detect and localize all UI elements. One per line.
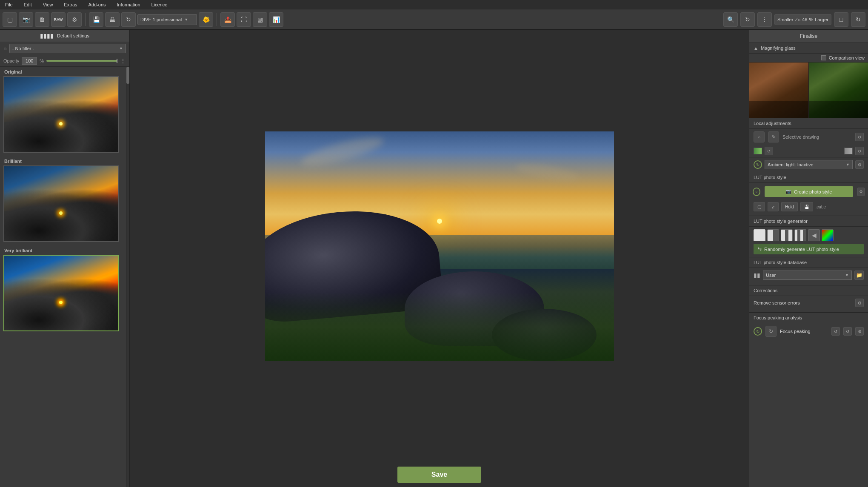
remove-sensor-settings-btn[interactable]: ⚙ [855,299,864,307]
brilliant-label: Brilliant [0,156,126,165]
brilliant-thumbnail[interactable] [3,165,119,242]
save-file-button[interactable]: 💾 [89,12,103,27]
fullscreen-button[interactable]: ⛶ [237,12,251,27]
original-label: Original [0,67,126,76]
mask-reset-btn-2[interactable]: ↺ [855,147,864,155]
main-image[interactable] [265,131,614,361]
very-brilliant-thumb-rocks [4,278,118,330]
menu-extras[interactable]: Extras [62,2,79,7]
refresh-button[interactable]: ↻ [740,12,755,27]
local-adj-reset-btn[interactable]: ↺ [855,133,864,141]
comparison-checkbox[interactable] [821,55,826,60]
new-button[interactable]: ▢ [3,12,17,27]
lut-import-btn[interactable]: ↙ [768,202,779,211]
menu-file[interactable]: File [3,2,14,7]
histogram-button[interactable]: 📊 [269,12,283,27]
export-button[interactable]: 📤 [220,12,235,27]
focus-settings-btn[interactable]: ⚙ [855,327,864,336]
focus-mask-btn-2[interactable]: ↺ [843,327,852,336]
color-button[interactable]: 🌞 [199,12,213,27]
raw-button[interactable]: RAW [51,12,66,27]
ambient-refresh-icon[interactable]: ↻ [754,160,762,169]
opacity-label: Opacity [3,58,19,63]
compare-button[interactable]: ▨ [253,12,267,27]
focus-refresh-icon[interactable]: ↻ [754,327,762,336]
mag-glass-arrow-icon: ▲ [754,46,758,51]
mask-icon-2 [844,148,853,154]
lut-random-button[interactable]: ⇆ Randomly generate LUT photo style [754,244,864,254]
right-header: Finalise [749,30,868,43]
remove-sensor-row: Remove sensor errors ⚙ [749,296,868,310]
mask-reset-btn-1[interactable]: ↺ [765,147,773,155]
menu-addons[interactable]: Add-ons [87,2,108,7]
local-adj-tool-btn[interactable]: ○ [754,131,765,142]
focus-peaking-title: Focus peaking analysis [749,313,868,323]
copy-button[interactable]: 🗎 [35,12,49,27]
local-adjustments-title: Local adjustments [749,118,868,129]
main-greenery [265,292,614,361]
create-photo-style-button[interactable]: 📷 Create photo style [765,186,853,197]
menu-information[interactable]: Information [115,2,142,7]
filter-dropdown[interactable]: - No filter - ▼ [9,44,126,53]
rotate-cw-button[interactable]: ↻ [851,12,865,27]
lut-db-folder-btn[interactable]: 📁 [854,271,864,280]
pencil-tool-btn[interactable]: ✎ [768,131,779,142]
save-button[interactable]: Save [397,467,481,483]
focus-label: Focus peaking [780,329,828,334]
mask-icon-1 [754,148,762,154]
very-brilliant-label: Very brilliant [0,245,126,255]
ambient-settings-btn[interactable]: ⚙ [855,160,864,169]
lut-cube-label: .cube [816,205,826,209]
open-button[interactable]: 📷 [19,12,33,27]
center-area: Save [130,30,749,487]
right-sidebar: Finalise ▲ Magnifying glass Comparison v… [749,30,868,487]
focus-spin-icon[interactable]: ↻ [765,326,777,337]
original-thumb-rocks [4,100,118,152]
menu-licence[interactable]: Licence [150,2,169,7]
lut-style-settings-btn[interactable]: ⚙ [857,188,865,196]
very-brilliant-thumbnail[interactable] [3,255,119,331]
brilliant-thumbnail-container [0,165,126,245]
default-settings-label: Default settings [57,33,89,38]
lut-gen-solid-btn[interactable] [754,229,765,241]
lut-gen-half-btn[interactable] [767,229,779,241]
filter-dropdown-arrow: ▼ [119,46,123,51]
opacity-value-input[interactable]: 100 [22,57,37,65]
lut-db-dropdown[interactable]: User ▼ [763,271,852,280]
left-scrollbar[interactable] [126,67,129,487]
menu-edit[interactable]: Edit [22,2,34,7]
more-button[interactable]: ⋮ [757,12,772,27]
lut-hold-btn[interactable]: Hold [781,202,798,211]
lut-save-btn[interactable]: 💾 [800,202,813,211]
lut-style-icon[interactable]: ○ [753,188,760,196]
settings-button[interactable]: ⚙ [67,12,82,27]
left-sidebar: ▮▮▮▮ Default settings ○ - No filter - ▼ … [0,30,130,487]
local-adj-label: Local adjustments [754,121,791,126]
shuffle-icon: ⇆ [758,246,762,252]
lut-gen-thirds-btn[interactable] [781,229,793,241]
rotate-button[interactable]: ↻ [121,12,136,27]
print-button[interactable]: 🖶 [105,12,120,27]
save-btn-container: Save [393,462,485,487]
zoom-fit-button[interactable]: □ [834,12,848,27]
magnifying-glass-section-title: ▲ Magnifying glass [749,43,868,54]
lut-gen-arrow-btn[interactable]: ◀ [808,229,820,241]
focus-tools: ↻ ↻ Focus peaking ↺ ↺ ⚙ [749,323,868,339]
mag-panel-right [809,63,868,118]
lut-database-section: LUT photo style database ▮▮ User ▼ 📁 [749,257,868,285]
focus-mask-btn-1[interactable]: ↺ [831,327,840,336]
opacity-expand-btn[interactable]: ⋮ [120,57,126,64]
ambient-dropdown[interactable]: Ambient light: Inactive ▼ [765,160,853,169]
filter-row: ○ - No filter - ▼ [0,42,129,55]
menu-view[interactable]: View [41,2,55,7]
lut-page-icon-btn[interactable]: ▢ [754,202,765,211]
zoom-value: 46 [802,17,807,22]
original-thumbnail[interactable] [3,76,119,153]
profile-dropdown[interactable]: DIVE 1 professional ▼ [137,14,197,25]
lut-gen-quarters-btn[interactable] [794,229,806,241]
photo-icon: 📷 [785,189,791,194]
opacity-slider[interactable] [46,60,117,62]
very-brilliant-thumbnail-container [0,255,126,335]
lut-gen-color-btn[interactable] [822,229,834,241]
lens-button[interactable]: 🔍 [723,12,738,27]
